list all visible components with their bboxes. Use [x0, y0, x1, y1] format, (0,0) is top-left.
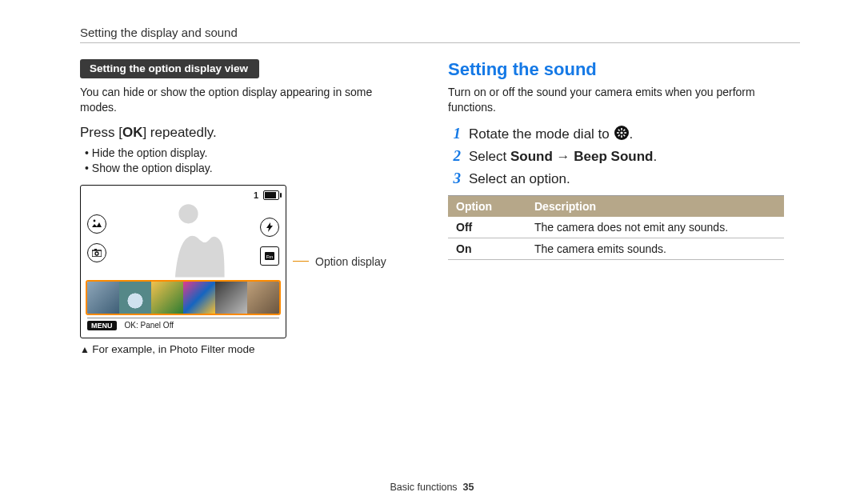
camera-screen: 1	[80, 185, 286, 338]
rule	[80, 42, 800, 43]
left-column: Setting the option display view You can …	[80, 59, 400, 355]
camera-mode-icon	[87, 243, 106, 262]
filter-thumb	[87, 282, 119, 314]
ok-glyph: OK	[122, 125, 143, 140]
manual-page: Setting the display and sound Setting th…	[0, 0, 864, 504]
step-list: 1 Rotate the mode dial to . 2 Select Sou…	[448, 125, 800, 187]
press-prefix: Press [	[80, 125, 122, 140]
menu-path-bold: Sound	[510, 149, 553, 164]
cell-desc: The camera emits sounds.	[526, 238, 784, 259]
step-item: 2 Select Sound → Beep Sound.	[448, 147, 800, 165]
flash-icon	[260, 218, 279, 237]
col-option: Option	[448, 195, 526, 217]
menu-path-bold: Beep Sound	[574, 149, 653, 164]
hud-left	[87, 214, 106, 262]
hud-right: Fm	[260, 218, 279, 266]
table-row: On The camera emits sounds.	[448, 238, 784, 259]
option-display-strip	[86, 280, 281, 315]
section-heading: Setting the sound	[448, 59, 800, 80]
press-bullet-list: Hide the option display. Show the option…	[85, 146, 400, 177]
options-table: Option Description Off The camera does n…	[448, 195, 784, 260]
figure-caption: For example, in Photo Filter mode	[80, 343, 400, 355]
svg-point-2	[95, 252, 98, 255]
section-name: Basic functions	[390, 482, 458, 493]
svg-rect-1	[92, 250, 102, 257]
step-text-fragment: Select	[469, 149, 510, 164]
step-text: Rotate the mode dial to .	[469, 125, 633, 142]
callout-label: Option display	[315, 255, 386, 268]
step-item: 1 Rotate the mode dial to .	[448, 125, 800, 142]
svg-rect-3	[94, 249, 97, 250]
section-pill: Setting the option display view	[80, 59, 259, 78]
svg-text:Fm: Fm	[266, 254, 274, 258]
step-text-fragment: .	[654, 149, 658, 164]
filter-thumb	[247, 282, 279, 314]
scene-icon	[87, 214, 106, 234]
page-number: 35	[463, 482, 474, 493]
bullet-item: Show the option display.	[85, 161, 400, 177]
filter-thumb	[119, 282, 151, 314]
svg-point-0	[94, 220, 96, 222]
screen-with-callout: 1	[80, 185, 400, 338]
table-header-row: Option Description	[448, 195, 784, 217]
step-text: Select Sound → Beep Sound.	[469, 149, 657, 165]
step-number: 3	[448, 170, 461, 187]
subject-silhouette	[145, 194, 241, 282]
press-instruction: Press [OK] repeatedly.	[80, 125, 400, 141]
frame-counter: 1	[254, 190, 258, 200]
cell-option: Off	[448, 217, 526, 238]
step-text-fragment: .	[630, 126, 634, 142]
breadcrumb: Setting the display and sound	[80, 26, 800, 39]
bullet-item: Hide the option display.	[85, 146, 400, 162]
menu-chip: MENU	[87, 321, 117, 330]
step-item: 3 Select an option.	[448, 170, 800, 187]
screen-bottom-bar: MENU OK: Panel Off	[87, 318, 279, 333]
arrow-glyph: →	[553, 149, 574, 164]
content-columns: Setting the option display view You can …	[80, 59, 800, 355]
step-number: 1	[448, 125, 461, 142]
callout-leader	[293, 261, 309, 262]
cell-desc: The camera does not emit any sounds.	[526, 217, 784, 238]
hud-top: 1	[254, 190, 279, 200]
cell-option: On	[448, 238, 526, 259]
section-intro: You can hide or show the option display …	[80, 85, 400, 115]
step-text-fragment: Rotate the mode dial to	[469, 126, 614, 142]
svg-point-13	[620, 131, 622, 134]
right-column: Setting the sound Turn on or off the sou…	[448, 59, 800, 355]
step-text: Select an option.	[469, 171, 570, 187]
col-description: Description	[526, 195, 784, 217]
panel-off-label: OK: Panel Off	[125, 321, 174, 330]
section-intro: Turn on or off the sound your camera emi…	[448, 85, 800, 115]
battery-icon	[263, 190, 279, 200]
page-footer: Basic functions 35	[0, 482, 864, 493]
press-suffix: ] repeatedly.	[142, 125, 216, 140]
step-number: 2	[448, 147, 461, 165]
filter-thumb	[215, 282, 247, 314]
filter-thumb	[183, 282, 215, 314]
settings-gear-icon	[614, 125, 630, 141]
table-row: Off The camera does not emit any sounds.	[448, 217, 784, 238]
size-icon: Fm	[260, 246, 279, 266]
filter-thumb	[151, 282, 183, 314]
